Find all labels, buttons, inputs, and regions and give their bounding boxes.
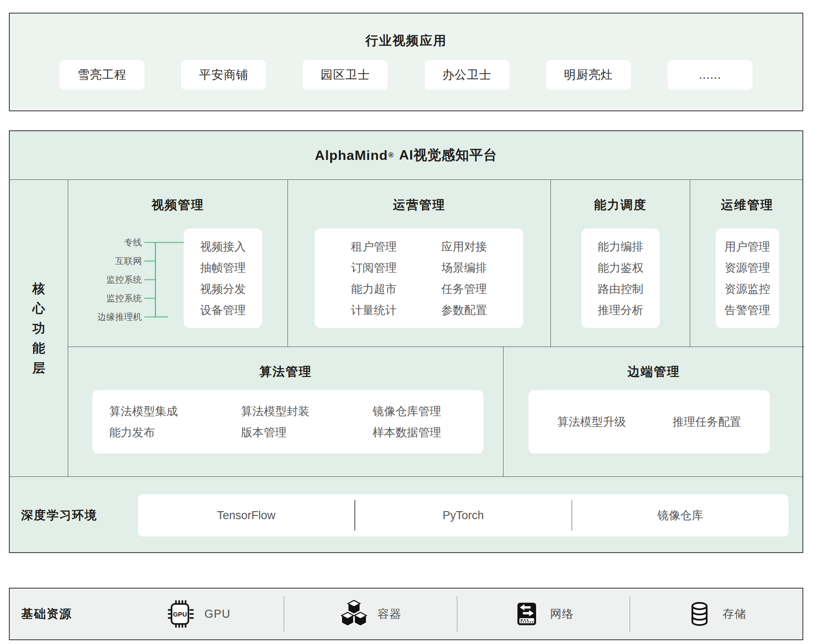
list-item: 能力鉴权: [598, 257, 644, 278]
gpu-chip-text: GPU: [173, 611, 187, 618]
operations-management-title: 运营管理: [288, 197, 550, 214]
list-item: 视频接入: [200, 236, 246, 257]
source-label: 专线: [68, 233, 142, 252]
algorithm-column-3: 镜像仓库管理 样本数据管理: [373, 401, 441, 443]
list-item: 租户管理: [351, 236, 397, 257]
source-label: 边缘推理机: [68, 308, 142, 326]
app-pill-bangong: 办公卫士: [425, 60, 509, 90]
architecture-diagram: 行业视频应用 雪亮工程 平安商铺 园区卫士 办公卫士 明厨亮灶 ...... A…: [0, 0, 813, 644]
bracket-connector-lines: [144, 233, 184, 327]
list-item: 用户管理: [725, 236, 770, 257]
list-item: 算法模型集成: [109, 401, 178, 422]
platform-title-zh: AI视觉感知平台: [399, 146, 497, 165]
list-item: 能力发布: [109, 422, 178, 443]
source-label: 监控系统: [68, 270, 142, 289]
video-management-title: 视频管理: [68, 197, 288, 214]
operations-column-2: 应用对接 场景编排 任务管理 参数配置: [441, 236, 487, 321]
resource-storage: 存储: [630, 600, 802, 627]
industry-apps-section: 行业视频应用 雪亮工程 平安商铺 园区卫士 办公卫士 明厨亮灶 ......: [9, 13, 803, 111]
list-item: 镜像仓库管理: [373, 401, 441, 422]
algorithm-management-items: 算法模型集成 能力发布 算法模型封装 版本管理 镜像仓库管理 样本数据管理: [92, 390, 484, 454]
app-pill-more: ......: [668, 60, 752, 90]
section-operations-management: 运营管理 租户管理 订阅管理 能力超市 计量统计 应用对接 场景编排 任务管理 …: [288, 180, 550, 347]
algorithm-management-title: 算法管理: [68, 363, 503, 380]
container-cubes-icon: [340, 600, 368, 628]
video-management-items: 视频接入 抽帧管理 视频分发 设备管理: [184, 228, 262, 328]
source-label: 监控系统: [68, 289, 142, 308]
section-capability-scheduling: 能力调度 能力编排 能力鉴权 路由控制 推理分析: [550, 180, 690, 347]
operations-column-1: 租户管理 订阅管理 能力超市 计量统计: [351, 236, 397, 321]
resources-label: 基础资源: [10, 606, 111, 622]
list-item: 视频分发: [200, 278, 246, 300]
app-pill-xueliang: 雪亮工程: [60, 60, 144, 90]
platform-title-en: AlphaMind: [315, 148, 388, 163]
list-item: 资源监控: [725, 278, 770, 300]
list-item: 推理分析: [598, 300, 644, 321]
list-item: 应用对接: [441, 236, 487, 257]
list-item: 设备管理: [200, 300, 246, 321]
video-source-labels: 专线 互联网 监控系统 监控系统 边缘推理机: [68, 233, 142, 326]
om-management-title: 运维管理: [690, 197, 804, 214]
algorithm-column-1: 算法模型集成 能力发布: [109, 401, 178, 443]
resource-network-label: 网络: [550, 606, 574, 622]
image-repository: 镜像仓库: [572, 494, 788, 537]
deep-learning-row: 深度学习环境 TensorFlow PyTorch 镜像仓库: [10, 476, 802, 554]
resource-container: 容器: [284, 600, 456, 628]
app-pill-yuanqu: 园区卫士: [303, 60, 387, 90]
sidebar-core-function-layer: 核心功能层: [10, 180, 68, 476]
resource-gpu: GPU GPU: [111, 599, 284, 629]
network-switch-icon: [513, 600, 541, 628]
resource-container-label: 容器: [378, 606, 401, 622]
list-item: 路由控制: [598, 278, 644, 300]
source-label: 互联网: [68, 252, 142, 270]
section-edge-management: 边端管理 算法模型升级 推理任务配置: [503, 347, 804, 476]
platform-section: AlphaMind® AI视觉感知平台 核心功能层 视频管理 专线 互联网 监控…: [9, 130, 803, 553]
resource-gpu-label: GPU: [205, 608, 231, 621]
list-item: 计量统计: [351, 300, 397, 321]
list-item: 样本数据管理: [373, 422, 441, 443]
algorithm-column-2: 算法模型封装 版本管理: [241, 401, 310, 443]
list-item: 参数配置: [441, 300, 487, 321]
deep-learning-bar: TensorFlow PyTorch 镜像仓库: [138, 494, 788, 537]
list-item: 订阅管理: [351, 257, 397, 278]
deep-learning-label: 深度学习环境: [21, 477, 97, 554]
list-item: 资源管理: [725, 257, 770, 278]
resource-storage-label: 存储: [722, 606, 746, 622]
edge-management-title: 边端管理: [503, 363, 804, 380]
om-management-items: 用户管理 资源管理 资源监控 告警管理: [716, 228, 779, 328]
list-item: 能力超市: [351, 278, 397, 300]
operations-management-items: 租户管理 订阅管理 能力超市 计量统计 应用对接 场景编排 任务管理 参数配置: [315, 228, 523, 328]
resource-network: 网络: [457, 600, 630, 628]
storage-database-icon: [686, 600, 713, 627]
core-function-layer-label: 核心功能层: [32, 278, 46, 378]
list-item: 版本管理: [241, 422, 310, 443]
capability-scheduling-items: 能力编排 能力鉴权 路由控制 推理分析: [581, 228, 660, 328]
platform-title: AlphaMind® AI视觉感知平台: [10, 131, 802, 180]
list-item: 能力编排: [598, 236, 644, 257]
framework-pytorch: PyTorch: [355, 494, 572, 537]
edge-management-items: 算法模型升级 推理任务配置: [528, 390, 770, 454]
section-algorithm-management: 算法管理 算法模型集成 能力发布 算法模型封装 版本管理 镜像仓库管理 样本数据…: [68, 347, 503, 476]
list-item: 抽帧管理: [200, 257, 246, 278]
list-item: 算法模型封装: [241, 401, 310, 422]
industry-apps-title: 行业视频应用: [10, 32, 802, 50]
resources-section: 基础资源 GPU GPU: [9, 588, 803, 640]
framework-tensorflow: TensorFlow: [138, 494, 354, 537]
list-item: 场景编排: [441, 257, 487, 278]
list-item: 推理任务配置: [672, 411, 741, 432]
industry-apps-row: 雪亮工程 平安商铺 园区卫士 办公卫士 明厨亮灶 ......: [10, 60, 802, 90]
list-item: 任务管理: [441, 278, 487, 300]
capability-scheduling-title: 能力调度: [551, 197, 690, 214]
registered-mark: ®: [388, 151, 394, 160]
list-item: 告警管理: [725, 300, 770, 321]
list-item: 算法模型升级: [557, 411, 626, 432]
gpu-chip-icon: GPU: [165, 599, 195, 629]
app-pill-mingchu: 明厨亮灶: [546, 60, 631, 90]
section-video-management: 视频管理 专线 互联网 监控系统 监控系统 边缘推理机 视频接入 抽帧管理: [68, 180, 288, 347]
app-pill-pingan: 平安商铺: [181, 60, 266, 90]
section-om-management: 运维管理 用户管理 资源管理 资源监控 告警管理: [690, 180, 804, 347]
